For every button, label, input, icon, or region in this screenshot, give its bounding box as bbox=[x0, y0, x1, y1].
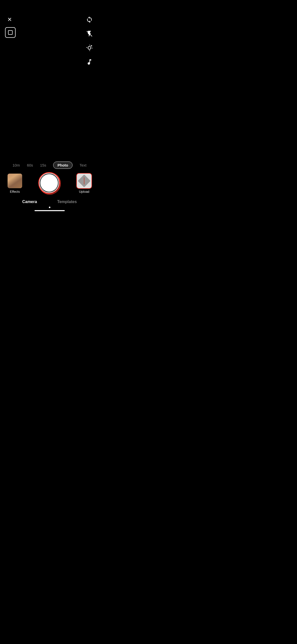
close-button[interactable]: ✕ bbox=[5, 15, 14, 24]
music-button[interactable] bbox=[85, 57, 94, 67]
ar-effects-button[interactable] bbox=[85, 43, 94, 52]
bottom-section: 10m 60s 15s Photo Text Effects Upload bbox=[0, 158, 99, 215]
camera-tab[interactable]: Camera bbox=[22, 200, 37, 204]
flash-button[interactable] bbox=[85, 29, 94, 38]
effects-label: Effects bbox=[10, 190, 20, 194]
aspect-ratio-button[interactable] bbox=[5, 27, 16, 38]
mode-60s[interactable]: 60s bbox=[27, 163, 33, 167]
svg-point-1 bbox=[88, 46, 91, 49]
templates-tab[interactable]: Templates bbox=[57, 200, 77, 204]
shutter-wrapper[interactable] bbox=[39, 173, 60, 194]
effects-face-image bbox=[8, 174, 22, 188]
shutter-button[interactable] bbox=[39, 173, 59, 193]
home-indicator bbox=[0, 208, 99, 212]
flip-camera-button[interactable] bbox=[85, 15, 94, 24]
upload-thumbnail bbox=[77, 174, 91, 188]
mode-15s[interactable]: 15s bbox=[40, 163, 46, 167]
top-controls: ✕ bbox=[0, 13, 99, 69]
upload-button[interactable]: Upload bbox=[77, 174, 91, 194]
right-controls bbox=[85, 15, 94, 67]
effects-button[interactable]: Effects bbox=[8, 174, 22, 194]
music-icon bbox=[86, 58, 93, 66]
upload-label: Upload bbox=[79, 190, 89, 194]
flash-icon bbox=[86, 30, 93, 37]
upload-icon bbox=[78, 174, 91, 187]
ar-effects-icon bbox=[86, 44, 93, 51]
aspect-ratio-icon bbox=[8, 30, 13, 35]
camera-controls-row: Effects Upload bbox=[0, 173, 99, 197]
mode-selector: 10m 60s 15s Photo Text bbox=[0, 158, 99, 173]
nav-dot bbox=[49, 207, 50, 208]
effects-thumbnail bbox=[8, 174, 22, 188]
shutter-inner bbox=[40, 174, 58, 192]
mode-text[interactable]: Text bbox=[80, 163, 87, 167]
home-bar bbox=[35, 210, 65, 211]
close-icon: ✕ bbox=[7, 16, 12, 23]
mode-10m[interactable]: 10m bbox=[13, 163, 20, 167]
bottom-nav: Camera Templates bbox=[0, 197, 99, 205]
mode-photo[interactable]: Photo bbox=[53, 162, 73, 169]
flip-camera-icon bbox=[86, 16, 93, 23]
